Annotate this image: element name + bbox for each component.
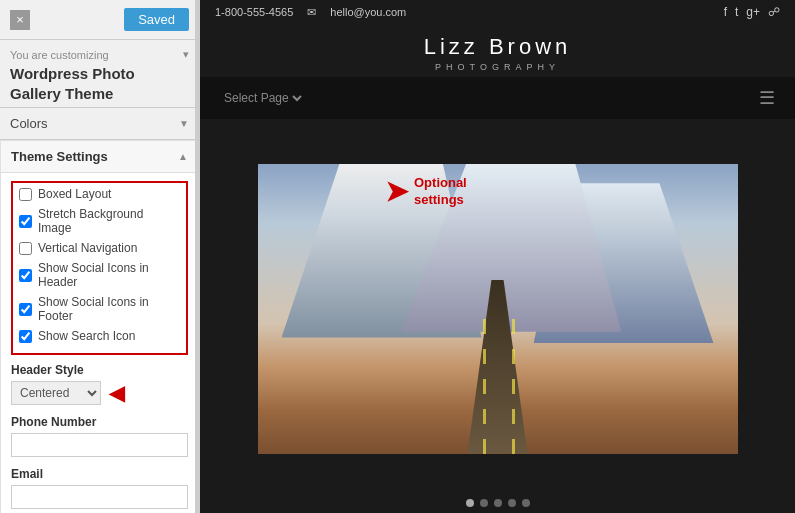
hero-title-sub: PHOTOGRAPHY bbox=[200, 62, 795, 72]
theme-title: Wordpress Photo Gallery Theme bbox=[10, 64, 189, 103]
email-label: Email bbox=[11, 467, 188, 481]
header-style-row: Centered Left Right ◀ bbox=[11, 381, 188, 405]
mountain-image bbox=[258, 164, 738, 454]
mountain-background bbox=[258, 164, 738, 454]
twitter-icon: t bbox=[735, 5, 738, 19]
checkbox-row-stretch[interactable]: Stretch Background Image bbox=[19, 207, 180, 235]
checkboxes-group: Boxed Layout Stretch Background Image Ve… bbox=[11, 181, 188, 355]
customizing-text: You are customizing bbox=[10, 49, 109, 61]
checkbox-row-social-footer[interactable]: Show Social Icons in Footer bbox=[19, 295, 180, 323]
resize-handle[interactable] bbox=[195, 0, 199, 513]
slider-dot-2[interactable] bbox=[480, 499, 488, 507]
customizer-topbar: × Saved bbox=[0, 0, 199, 40]
rss-icon: ☍ bbox=[768, 5, 780, 19]
road-line-right bbox=[512, 309, 515, 454]
colors-label: Colors bbox=[10, 116, 48, 131]
preview-hero-title: Lizz Brown PHOTOGRAPHY bbox=[200, 24, 795, 77]
hamburger-icon: ☰ bbox=[759, 87, 775, 109]
theme-settings-body: Boxed Layout Stretch Background Image Ve… bbox=[1, 173, 198, 513]
checkbox-label-social-header: Show Social Icons in Header bbox=[38, 261, 180, 289]
preview-nav: Select Page ☰ bbox=[200, 77, 795, 119]
preview-topbar-right: f t g+ ☍ bbox=[724, 5, 780, 19]
slider-dot-5[interactable] bbox=[522, 499, 530, 507]
customizing-section: You are customizing ▾ Wordpress Photo Ga… bbox=[0, 40, 199, 108]
checkbox-search-icon[interactable] bbox=[19, 330, 32, 343]
phone-input[interactable]: 1-800-555-4565 bbox=[11, 433, 188, 457]
header-style-label: Header Style bbox=[11, 363, 188, 377]
optional-annotation: ➤ Optionalsettings bbox=[385, 175, 467, 209]
optional-arrow-right: ➤ bbox=[385, 175, 408, 208]
colors-arrow: ▼ bbox=[179, 118, 189, 129]
phone-label: Phone Number bbox=[11, 415, 188, 429]
close-button[interactable]: × bbox=[10, 10, 30, 30]
slider-dot-3[interactable] bbox=[494, 499, 502, 507]
checkbox-stretch-bg[interactable] bbox=[19, 215, 32, 228]
preview-email: hello@you.com bbox=[330, 6, 406, 18]
preview-area: 1-800-555-4565 ✉ hello@you.com f t g+ ☍ … bbox=[200, 0, 795, 513]
checkbox-row-search[interactable]: Show Search Icon bbox=[19, 329, 180, 343]
saved-button[interactable]: Saved bbox=[124, 8, 189, 31]
checkbox-row-boxed[interactable]: Boxed Layout bbox=[19, 187, 180, 201]
checkbox-social-footer[interactable] bbox=[19, 303, 32, 316]
checkbox-label-vertical: Vertical Navigation bbox=[38, 241, 137, 255]
customizer-panel: × Saved You are customizing ▾ Wordpress … bbox=[0, 0, 200, 513]
theme-settings-label: Theme Settings bbox=[11, 149, 108, 164]
preview-topbar-left: 1-800-555-4565 ✉ hello@you.com bbox=[215, 6, 406, 19]
slider-dot-4[interactable] bbox=[508, 499, 516, 507]
checkbox-label-search: Show Search Icon bbox=[38, 329, 135, 343]
hero-title-main: Lizz Brown bbox=[200, 34, 795, 60]
optional-text: Optionalsettings bbox=[414, 175, 467, 209]
checkbox-boxed-layout[interactable] bbox=[19, 188, 32, 201]
phone-group: Phone Number 1-800-555-4565 bbox=[11, 415, 188, 457]
email-input[interactable]: hello@you.com bbox=[11, 485, 188, 509]
checkbox-label-social-footer: Show Social Icons in Footer bbox=[38, 295, 180, 323]
preview-image-area bbox=[200, 119, 795, 493]
checkbox-label-stretch: Stretch Background Image bbox=[38, 207, 180, 235]
checkbox-vertical-nav[interactable] bbox=[19, 242, 32, 255]
header-style-group: Header Style Centered Left Right ◀ bbox=[11, 363, 188, 405]
facebook-icon: f bbox=[724, 5, 727, 19]
email-group: Email hello@you.com bbox=[11, 467, 188, 509]
panel-scroll[interactable]: Colors ▼ Theme Settings ▲ Boxed Layout bbox=[0, 108, 199, 513]
customizing-arrow: ▾ bbox=[183, 48, 189, 61]
header-style-select[interactable]: Centered Left Right bbox=[11, 381, 101, 405]
email-icon: ✉ bbox=[307, 6, 316, 19]
gplus-icon: g+ bbox=[746, 5, 760, 19]
slider-dots bbox=[200, 493, 795, 513]
slider-dot-1[interactable] bbox=[466, 499, 474, 507]
select-page-dropdown[interactable]: Select Page bbox=[220, 90, 305, 106]
preview-topbar: 1-800-555-4565 ✉ hello@you.com f t g+ ☍ bbox=[200, 0, 795, 24]
customizing-label: You are customizing ▾ bbox=[10, 48, 189, 61]
header-style-arrow: ◀ bbox=[109, 381, 124, 405]
theme-settings-arrow: ▲ bbox=[178, 151, 188, 162]
checkbox-social-header[interactable] bbox=[19, 269, 32, 282]
checkbox-row-vertical[interactable]: Vertical Navigation bbox=[19, 241, 180, 255]
colors-section-header[interactable]: Colors ▼ bbox=[0, 108, 199, 140]
theme-settings-header[interactable]: Theme Settings ▲ bbox=[1, 141, 198, 173]
checkbox-row-social-header[interactable]: Show Social Icons in Header bbox=[19, 261, 180, 289]
checkbox-label-boxed: Boxed Layout bbox=[38, 187, 111, 201]
preview-phone: 1-800-555-4565 bbox=[215, 6, 293, 18]
road-line-left bbox=[483, 309, 486, 454]
theme-settings-section: Theme Settings ▲ Boxed Layout Stretch Ba… bbox=[0, 140, 199, 513]
